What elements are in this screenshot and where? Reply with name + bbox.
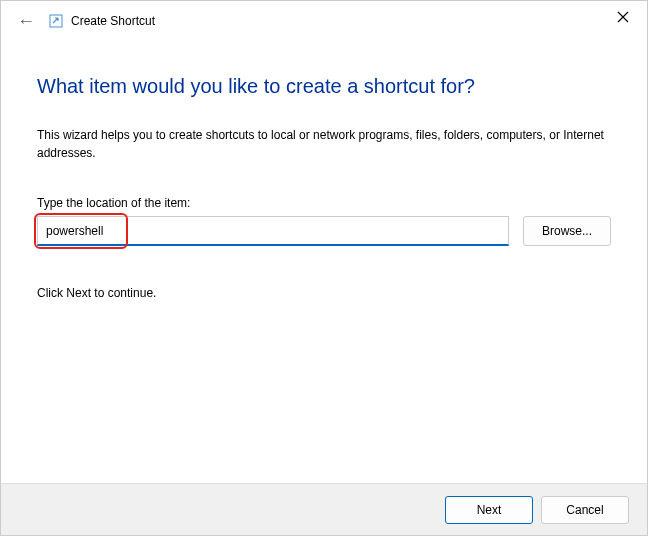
cancel-button[interactable]: Cancel — [541, 496, 629, 524]
wizard-description: This wizard helps you to create shortcut… — [37, 126, 611, 162]
location-input-label: Type the location of the item: — [37, 196, 611, 210]
close-icon — [617, 11, 629, 23]
location-input[interactable] — [37, 216, 509, 246]
close-button[interactable] — [617, 11, 629, 25]
back-arrow-icon[interactable]: ← — [17, 12, 35, 30]
window-title: Create Shortcut — [71, 14, 155, 28]
location-input-row: Browse... — [37, 216, 611, 246]
next-button[interactable]: Next — [445, 496, 533, 524]
wizard-footer: Next Cancel — [1, 483, 647, 535]
wizard-content: What item would you like to create a sho… — [1, 41, 647, 300]
shortcut-icon — [49, 14, 63, 28]
svg-rect-0 — [50, 15, 62, 27]
titlebar: ← Create Shortcut — [1, 1, 647, 41]
wizard-heading: What item would you like to create a sho… — [37, 75, 611, 98]
continue-instruction: Click Next to continue. — [37, 286, 611, 300]
browse-button[interactable]: Browse... — [523, 216, 611, 246]
